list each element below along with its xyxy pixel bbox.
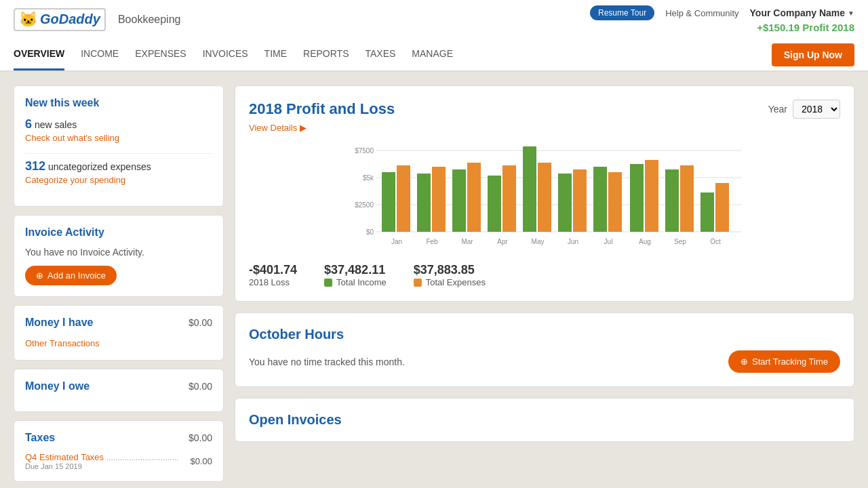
svg-rect-19 [573, 169, 587, 232]
svg-rect-24 [665, 169, 679, 232]
signup-button[interactable]: Sign Up Now [772, 43, 854, 66]
taxes-due-date: Due Jan 15 2019 [25, 462, 178, 470]
svg-text:Oct: Oct [710, 238, 721, 245]
company-dropdown-arrow: ▼ [848, 9, 854, 17]
expenses-stat: $37,883.85 Total Expenses [414, 263, 486, 287]
nav-expenses[interactable]: EXPENSES [135, 39, 186, 70]
add-invoice-button[interactable]: ⊕ Add an Invoice [25, 266, 117, 285]
svg-text:May: May [532, 238, 545, 245]
header-right-top: Resume Tour Help & Community Your Compan… [590, 5, 854, 20]
profit-display: +$150.19 Profit 2018 [757, 22, 854, 33]
nav-time[interactable]: TIME [264, 39, 287, 70]
pnl-stats: -$401.74 2018 Loss $37,482.11 Total Inco… [249, 263, 840, 287]
svg-rect-26 [701, 192, 714, 232]
company-name-dropdown[interactable]: Your Company Name ▼ [750, 7, 854, 18]
view-details-arrow: ▶ [300, 123, 307, 133]
expenses-dot [414, 279, 422, 287]
pnl-card: 2018 Profit and Loss Year 2018 2017 View… [235, 85, 854, 302]
godaddy-logo-text: GoDaddy [40, 12, 100, 27]
categorize-link[interactable]: Categorize your spending [25, 175, 125, 185]
income-value: $37,482.11 [324, 263, 387, 277]
income-dot [324, 279, 332, 287]
svg-text:$0: $0 [366, 228, 374, 236]
help-community-link[interactable]: Help & Community [665, 8, 738, 18]
left-panel: New this week 6 new sales Check out what… [14, 85, 224, 482]
new-week-title: New this week [25, 97, 212, 109]
pnl-title: 2018 Profit and Loss [249, 100, 395, 118]
track-label: Start Tracking Time [752, 357, 828, 367]
expenses-value: $37,883.85 [414, 263, 486, 277]
svg-rect-9 [397, 165, 410, 232]
add-invoice-label: Add an Invoice [47, 270, 106, 281]
invoice-empty-text: You have no Invoice Activity. [25, 247, 212, 258]
svg-rect-16 [523, 146, 536, 232]
expenses-label: Total Expenses [414, 277, 486, 287]
q4-taxes-amount: $0.00 [190, 456, 212, 466]
open-invoices-title: Open Invoices [249, 412, 840, 428]
svg-rect-23 [645, 160, 658, 232]
svg-rect-27 [715, 183, 729, 232]
main-content: New this week 6 new sales Check out what… [0, 72, 868, 488]
svg-rect-12 [452, 169, 466, 232]
taxes-q4-left: Q4 Estimated Taxes .....................… [25, 452, 178, 470]
october-hours-content: You have no time tracked this month. ⊕ S… [249, 350, 840, 373]
money-owe-title: Money I owe [25, 380, 90, 392]
svg-text:$5k: $5k [363, 174, 374, 182]
loss-stat: -$401.74 2018 Loss [249, 263, 297, 287]
taxes-title: Taxes [25, 432, 55, 444]
income-stat: $37,482.11 Total Income [324, 263, 387, 287]
check-selling-link[interactable]: Check out what's selling [25, 133, 119, 143]
svg-text:Aug: Aug [639, 238, 651, 245]
svg-text:Feb: Feb [426, 238, 438, 245]
svg-text:Sep: Sep [674, 238, 686, 245]
october-hours-empty: You have no time tracked this month. [249, 357, 405, 367]
svg-text:Mar: Mar [461, 238, 473, 245]
money-owe-header: Money I owe $0.00 [25, 380, 212, 392]
sales-item: 6 new sales Check out what's selling [25, 117, 212, 144]
taxes-card: Taxes $0.00 Q4 Estimated Taxes .........… [14, 420, 224, 482]
year-select-area: Year 2018 2017 [768, 100, 840, 119]
svg-rect-14 [488, 176, 501, 232]
nav-reports[interactable]: REPORTS [303, 39, 349, 70]
nav-income[interactable]: INCOME [81, 39, 119, 70]
invoice-activity-card: Invoice Activity You have no Invoice Act… [14, 215, 224, 297]
q4-taxes-link[interactable]: Q4 Estimated Taxes .....................… [25, 452, 178, 462]
svg-text:$7500: $7500 [355, 147, 374, 155]
svg-rect-15 [502, 165, 516, 232]
svg-rect-22 [630, 164, 644, 232]
money-owe-card: Money I owe $0.00 [14, 369, 224, 412]
svg-text:Jan: Jan [391, 238, 402, 245]
svg-rect-20 [593, 167, 607, 232]
svg-rect-21 [608, 172, 622, 232]
money-have-card: Money I have $0.00 Other Transactions [14, 305, 224, 361]
taxes-q4-item: Q4 Estimated Taxes .....................… [25, 452, 212, 470]
nav-overview[interactable]: OVERVIEW [14, 39, 64, 70]
svg-rect-17 [538, 163, 551, 232]
svg-rect-11 [432, 167, 446, 232]
nav-manage[interactable]: MANAGE [412, 39, 453, 70]
header-right: Resume Tour Help & Community Your Compan… [590, 5, 854, 33]
sales-count: 6 [25, 117, 32, 131]
year-label: Year [768, 104, 787, 115]
logo-box: 🐱 GoDaddy [14, 8, 106, 31]
header: 🐱 GoDaddy Bookkeeping Resume Tour Help &… [0, 0, 868, 72]
money-have-amount: $0.00 [189, 317, 212, 328]
bookkeeping-label: Bookkeeping [118, 14, 181, 26]
year-select[interactable]: 2018 2017 [793, 100, 840, 119]
svg-rect-18 [558, 174, 572, 232]
other-transactions-link[interactable]: Other Transactions [25, 338, 100, 348]
nav-taxes[interactable]: TAXES [365, 39, 395, 70]
godaddy-logo-icon: 🐱 [19, 11, 37, 28]
taxes-header: Taxes $0.00 [25, 432, 212, 444]
pnl-header: 2018 Profit and Loss Year 2018 2017 [249, 100, 840, 119]
start-tracking-button[interactable]: ⊕ Start Tracking Time [728, 350, 840, 373]
svg-text:Jun: Jun [568, 238, 578, 245]
nav-invoices[interactable]: INVOICES [203, 39, 248, 70]
view-details-link[interactable]: View Details ▶ [249, 123, 840, 133]
open-invoices-card: Open Invoices [235, 398, 854, 442]
expenses-count: 312 [25, 159, 45, 173]
expenses-text: 312 uncategorized expenses [25, 159, 212, 174]
money-have-title: Money I have [25, 317, 93, 329]
taxes-dots: ................................ [106, 453, 179, 462]
resume-tour-button[interactable]: Resume Tour [590, 5, 654, 20]
